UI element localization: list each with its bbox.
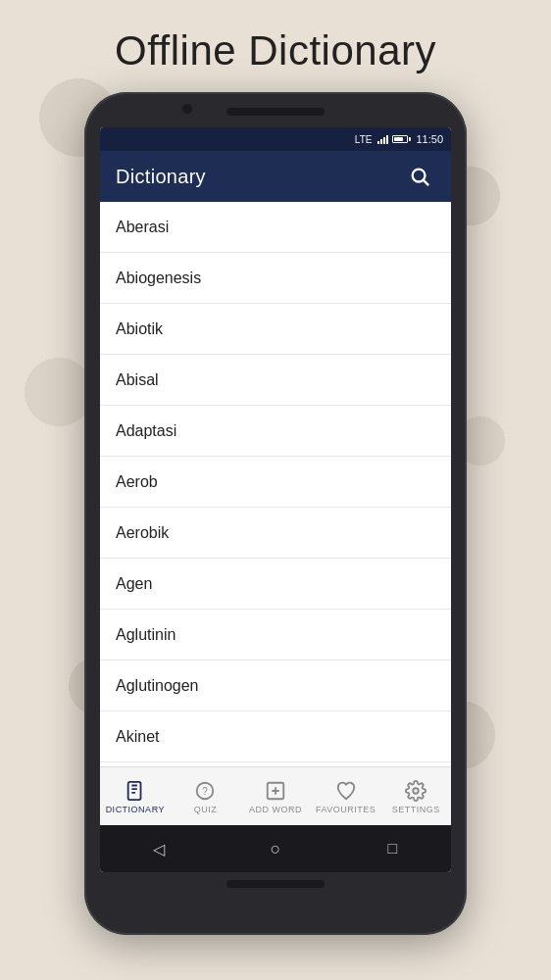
app-bar-title: Dictionary: [116, 166, 404, 188]
phone-speaker-top: [226, 108, 325, 116]
android-nav-bar: ◁ ○ □: [100, 825, 451, 872]
svg-point-11: [413, 788, 419, 794]
word-text: Abisal: [116, 371, 159, 389]
list-item[interactable]: Agen: [100, 559, 451, 610]
status-time: 11:50: [416, 133, 443, 145]
svg-rect-2: [127, 781, 140, 799]
list-item[interactable]: Abiotik: [100, 304, 451, 355]
bottom-nav: DICTIONARY ? QUIZ: [100, 766, 451, 825]
settings-icon: [404, 779, 427, 803]
word-text: Abiogenesis: [116, 270, 201, 287]
list-item[interactable]: Aglutinin: [100, 610, 451, 661]
nav-label-settings: SETTINGS: [392, 805, 440, 814]
home-button[interactable]: ○: [260, 833, 291, 864]
nav-item-dictionary[interactable]: DICTIONARY: [100, 767, 171, 825]
signal-icon: [377, 134, 388, 144]
word-text: Agen: [116, 575, 152, 593]
word-text: Aglutinogen: [116, 677, 199, 695]
list-item[interactable]: Aerob: [100, 457, 451, 508]
page-title: Offline Dictionary: [115, 27, 436, 74]
word-text: Abiotik: [116, 320, 163, 338]
back-button[interactable]: ◁: [143, 833, 175, 864]
phone-camera: [182, 104, 192, 114]
favourites-icon: [334, 779, 358, 803]
list-item[interactable]: Aglutinogen: [100, 661, 451, 711]
svg-point-0: [413, 170, 426, 182]
list-item[interactable]: Adaptasi: [100, 406, 451, 457]
nav-label-quiz: QUIZ: [194, 805, 218, 814]
nav-label-favourites: FAVOURITES: [316, 805, 376, 814]
quiz-icon: ?: [193, 779, 217, 803]
search-icon: [409, 166, 430, 187]
app-bar: Dictionary: [100, 151, 451, 202]
word-text: Akinet: [116, 728, 159, 746]
svg-text:?: ?: [203, 785, 209, 796]
word-text: Adaptasi: [116, 422, 176, 440]
word-text: Aglutinin: [116, 626, 175, 644]
phone-frame: LTE 11:50 Dictionary: [84, 92, 467, 935]
battery-icon: [392, 135, 408, 143]
word-list: Aberasi Abiogenesis Abiotik Abisal Adapt…: [100, 202, 451, 766]
phone-screen: LTE 11:50 Dictionary: [100, 127, 451, 872]
list-item[interactable]: Akinet: [100, 711, 451, 762]
list-item[interactable]: Abiogenesis: [100, 253, 451, 304]
svg-line-1: [424, 180, 428, 185]
word-text: Aberasi: [116, 219, 169, 236]
dictionary-icon: [124, 779, 147, 803]
add-word-icon: [264, 779, 287, 803]
nav-item-add-word[interactable]: ADD WORD: [240, 767, 311, 825]
nav-item-favourites[interactable]: FAVOURITES: [311, 767, 381, 825]
word-text: Aerob: [116, 473, 158, 491]
list-item[interactable]: Abisal: [100, 355, 451, 406]
status-bar: LTE 11:50: [100, 127, 451, 151]
signal-text: LTE: [355, 134, 373, 145]
search-button[interactable]: [404, 161, 435, 192]
nav-item-quiz[interactable]: ? QUIZ: [171, 767, 241, 825]
nav-label-dictionary: DICTIONARY: [106, 805, 165, 814]
nav-item-settings[interactable]: SETTINGS: [380, 767, 451, 825]
list-item[interactable]: Aerobik: [100, 508, 451, 559]
word-text: Aerobik: [116, 524, 169, 542]
list-item[interactable]: Aberasi: [100, 202, 451, 253]
recent-button[interactable]: □: [376, 833, 408, 864]
nav-label-add-word: ADD WORD: [249, 805, 302, 814]
phone-speaker-bottom: [226, 880, 325, 888]
